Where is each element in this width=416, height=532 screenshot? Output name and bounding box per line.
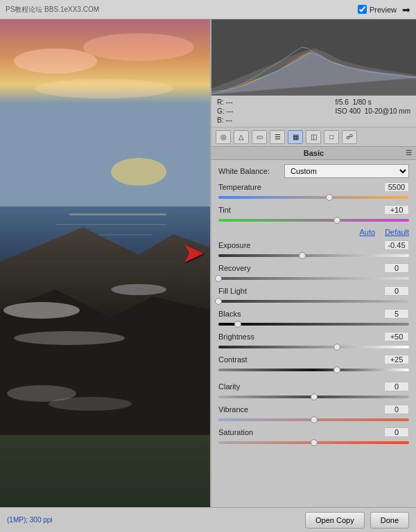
clarity-row: Clarity 0 (218, 382, 409, 401)
arrow-right-icon[interactable]: ➡ (402, 4, 410, 15)
svg-point-2 (83, 33, 194, 61)
recovery-row: Recovery 0 (218, 263, 409, 283)
svg-point-12 (111, 284, 166, 295)
aperture-shutter: f/5.6 1/80 s (335, 98, 410, 106)
iso-lens: ISO 400 10-20@10 mm (335, 107, 410, 115)
clarity-label: Clarity (218, 382, 240, 391)
recovery-label: Recovery (218, 264, 250, 272)
exposure-label: Exposure (218, 241, 250, 249)
fill-light-row: Fill Light 0 (218, 286, 409, 305)
white-balance-row: White Balance: Custom As Shot Auto Dayli… (218, 164, 409, 178)
done-button[interactable]: Done (370, 512, 409, 529)
svg-rect-7 (55, 224, 166, 225)
svg-rect-6 (69, 213, 166, 215)
rgb-info: R: --- G: --- B: --- (217, 98, 233, 124)
saturation-value[interactable]: 0 (384, 427, 409, 437)
photo-svg (0, 19, 211, 435)
default-button[interactable]: Default (385, 228, 409, 236)
temperature-label: Temperature (218, 183, 261, 191)
develop-toolbar: ◎ △ ▭ ☰ ▦ ◫ □ ☍ (211, 127, 416, 147)
vibrance-slider[interactable] (218, 416, 409, 424)
tool-crop[interactable]: ◎ (216, 130, 231, 144)
panel-header: Basic ☰ (211, 147, 416, 160)
tint-label: Tint (218, 206, 231, 214)
blacks-label: Blacks (218, 310, 241, 318)
top-bar: PS教程论坛 BBS.1eXX3.COM Preview ➡ (0, 0, 416, 19)
file-info: (1MP); 300 ppi (7, 516, 300, 524)
contrast-value[interactable]: +25 (384, 355, 409, 364)
b-value: B: --- (217, 116, 233, 124)
brightness-slider[interactable] (218, 343, 409, 351)
blacks-row: Blacks 5 (218, 309, 409, 328)
fill-light-slider[interactable] (218, 297, 409, 305)
recovery-value[interactable]: 0 (384, 263, 409, 273)
contrast-slider[interactable] (218, 366, 409, 374)
tool-hsl[interactable]: ☍ (342, 130, 357, 144)
clarity-slider[interactable] (218, 393, 409, 401)
wb-select[interactable]: Custom As Shot Auto Daylight Cloudy (284, 164, 409, 178)
r-value: R: --- (217, 98, 233, 106)
contrast-label: Contrast (218, 355, 248, 364)
photo-preview: PS教程论坛BBS.1eXX3.COM (0, 19, 210, 507)
svg-point-15 (49, 397, 132, 411)
fill-light-value[interactable]: 0 (384, 286, 409, 296)
blacks-value[interactable]: 5 (384, 309, 409, 319)
clarity-value[interactable]: 0 (384, 382, 409, 391)
svg-point-3 (35, 79, 173, 98)
temperature-value[interactable]: 5500 (384, 182, 409, 192)
brightness-row: Brightness +50 (218, 332, 409, 351)
svg-point-4 (111, 158, 166, 186)
tint-row: Tint +10 (218, 205, 409, 224)
right-panel: R: --- G: --- B: --- f/5.6 1/80 s ISO 40… (211, 19, 416, 507)
vibrance-label: Vibrance (218, 405, 248, 414)
saturation-row: Saturation 0 (218, 427, 409, 447)
histogram-svg (211, 19, 416, 96)
info-row: R: --- G: --- B: --- f/5.6 1/80 s ISO 40… (211, 96, 416, 127)
svg-point-13 (14, 331, 125, 345)
controls-panel: White Balance: Custom As Shot Auto Dayli… (211, 160, 416, 507)
svg-point-11 (3, 302, 80, 319)
tool-basic[interactable]: ▦ (288, 130, 303, 144)
exposure-value[interactable]: -0.45 (384, 240, 409, 250)
svg-point-1 (14, 48, 97, 73)
auto-button[interactable]: Auto (360, 228, 376, 236)
app-title: PS教程论坛 BBS.1eXX3.COM (6, 5, 99, 15)
blacks-slider[interactable] (218, 320, 409, 328)
exposure-row: Exposure -0.45 (218, 240, 409, 260)
brightness-label: Brightness (218, 332, 254, 341)
brightness-value[interactable]: +50 (384, 332, 409, 342)
preview-checkbox[interactable]: Preview (358, 5, 397, 14)
exposure-info: f/5.6 1/80 s ISO 400 10-20@10 mm (335, 98, 410, 124)
temperature-slider[interactable] (218, 193, 409, 202)
g-value: G: --- (217, 107, 233, 115)
temperature-row: Temperature 5500 (218, 182, 409, 202)
open-copy-button[interactable]: Open Copy (305, 512, 365, 529)
wb-label: White Balance: (218, 167, 284, 175)
tool-redeye[interactable]: ▭ (252, 130, 267, 144)
bottom-bar: (1MP); 300 ppi Open Copy Done (0, 507, 416, 532)
tint-value[interactable]: +10 (384, 205, 409, 215)
tool-curve[interactable]: ◫ (306, 130, 321, 144)
tool-grad[interactable]: ☰ (270, 130, 285, 144)
image-panel: PS教程论坛BBS.1eXX3.COM (0, 19, 211, 507)
tool-heal[interactable]: △ (234, 130, 249, 144)
exposure-slider[interactable] (218, 251, 409, 260)
contrast-row: Contrast +25 (218, 355, 409, 374)
fill-light-label: Fill Light (218, 287, 247, 295)
panel-menu-icon[interactable]: ☰ (406, 149, 412, 157)
saturation-label: Saturation (218, 428, 253, 436)
vibrance-value[interactable]: 0 (384, 405, 409, 414)
vibrance-row: Vibrance 0 (218, 405, 409, 424)
auto-default-row: Auto Default (218, 228, 409, 236)
histogram-area (211, 19, 416, 96)
arrow-overlay: ➤ (182, 239, 203, 268)
tool-detail[interactable]: □ (324, 130, 339, 144)
recovery-slider[interactable] (218, 274, 409, 283)
panel-title: Basic (304, 149, 324, 157)
saturation-slider[interactable] (218, 438, 409, 447)
main-layout: PS教程论坛BBS.1eXX3.COM (0, 19, 416, 507)
tint-slider[interactable] (218, 216, 409, 224)
